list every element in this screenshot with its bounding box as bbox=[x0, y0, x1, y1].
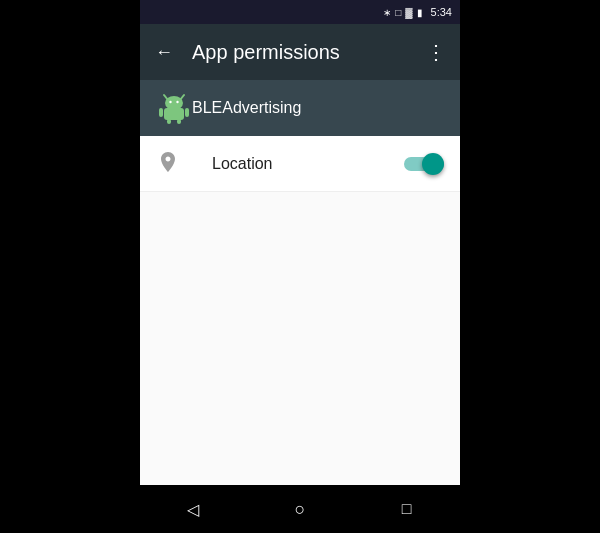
svg-point-4 bbox=[176, 101, 178, 103]
toggle-thumb bbox=[422, 153, 444, 175]
nav-back-button[interactable]: ◁ bbox=[173, 489, 213, 529]
status-bar: ∗ □ ▓ ▮ 5:34 bbox=[140, 0, 460, 24]
svg-point-3 bbox=[169, 101, 171, 103]
wifi-icon: □ bbox=[395, 7, 401, 18]
nav-recents-button[interactable]: □ bbox=[387, 489, 427, 529]
top-bar: ← App permissions ⋮ bbox=[140, 24, 460, 80]
location-toggle[interactable] bbox=[404, 153, 444, 175]
permission-row-location[interactable]: Location bbox=[140, 136, 460, 192]
app-row: BLEAdvertising bbox=[140, 80, 460, 136]
svg-rect-7 bbox=[185, 108, 189, 117]
nav-home-button[interactable]: ○ bbox=[280, 489, 320, 529]
svg-rect-6 bbox=[159, 108, 163, 117]
android-app-icon bbox=[156, 90, 192, 126]
svg-rect-9 bbox=[177, 119, 181, 124]
nav-recents-icon: □ bbox=[402, 500, 412, 518]
location-permission-label: Location bbox=[212, 155, 404, 173]
location-icon bbox=[156, 152, 180, 176]
back-icon: ← bbox=[155, 42, 173, 63]
battery-icon: ▮ bbox=[417, 7, 423, 18]
back-button[interactable]: ← bbox=[144, 32, 184, 72]
svg-rect-5 bbox=[164, 108, 184, 120]
svg-rect-8 bbox=[167, 119, 171, 124]
status-time: 5:34 bbox=[431, 6, 452, 18]
nav-home-icon: ○ bbox=[295, 499, 306, 520]
app-name: BLEAdvertising bbox=[192, 99, 301, 117]
content-area: Location bbox=[140, 136, 460, 485]
signal-icon: ▓ bbox=[405, 7, 412, 18]
bluetooth-icon: ∗ bbox=[383, 7, 391, 18]
more-options-button[interactable]: ⋮ bbox=[416, 32, 456, 72]
page-title: App permissions bbox=[192, 41, 416, 64]
device-frame: ∗ □ ▓ ▮ 5:34 ← App permissions ⋮ bbox=[140, 0, 460, 533]
more-icon: ⋮ bbox=[426, 40, 446, 64]
svg-point-2 bbox=[165, 96, 183, 110]
status-icons: ∗ □ ▓ ▮ 5:34 bbox=[383, 6, 452, 18]
nav-back-icon: ◁ bbox=[187, 500, 199, 519]
bottom-nav: ◁ ○ □ bbox=[140, 485, 460, 533]
